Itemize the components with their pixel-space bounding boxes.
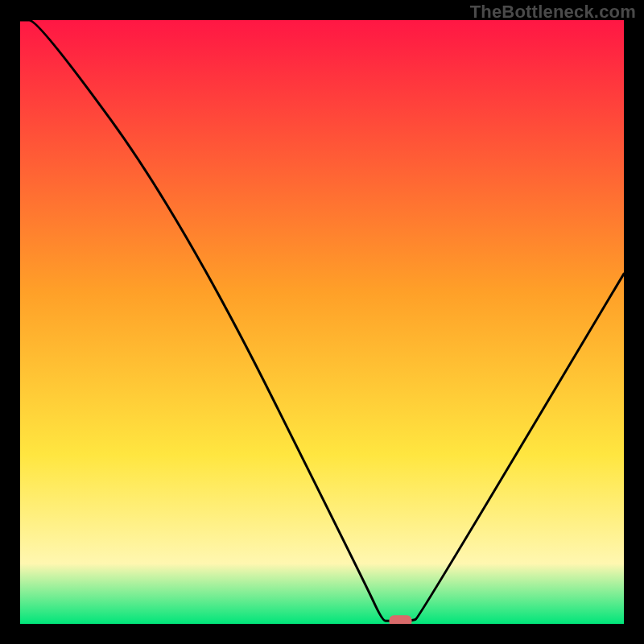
gradient-background [20,20,624,624]
plot-area [20,20,624,624]
chart-svg [20,20,624,624]
optimum-marker [390,615,412,624]
chart-frame: TheBottleneck.com [0,0,644,644]
